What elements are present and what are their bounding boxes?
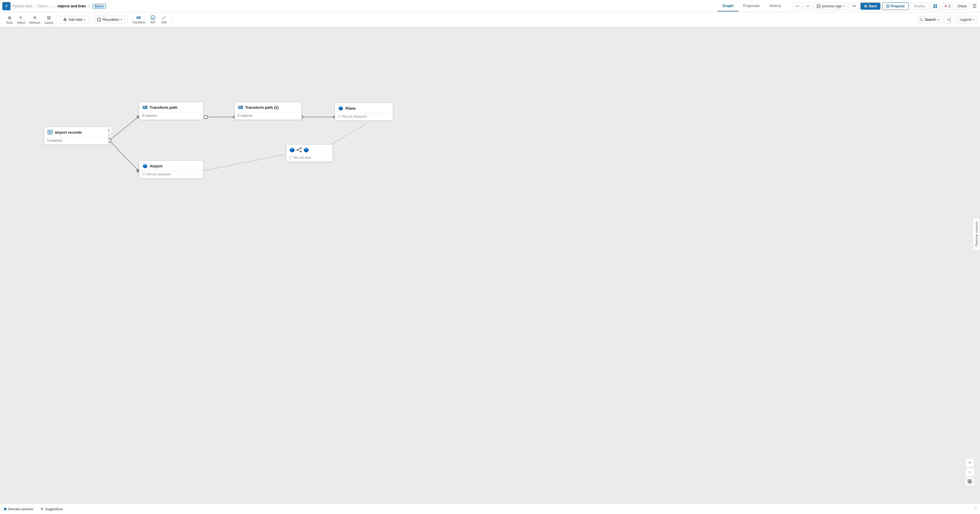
node-title-plane: Plane <box>345 106 356 110</box>
selection-preview-tab[interactable]: Selection preview <box>3 507 34 511</box>
search-bar[interactable]: Search ▾ <box>917 16 941 23</box>
node-header-airport: Airport <box>139 161 203 171</box>
batch-badge: Batch <box>92 4 106 8</box>
node-status-plane: Not yet deployed <box>338 115 390 118</box>
svg-point-15 <box>950 20 951 21</box>
legend-button[interactable]: Legend ▾ <box>956 16 978 24</box>
suggestions-icon <box>40 507 44 511</box>
node-header-transform-path: Transform path <box>139 102 203 112</box>
share-icon <box>296 147 302 153</box>
svg-rect-5 <box>935 5 937 6</box>
share-button[interactable]: Share <box>955 3 969 10</box>
transform-button[interactable]: Transform <box>130 14 147 25</box>
svg-line-17 <box>109 140 138 171</box>
deploy-button[interactable]: Deploy <box>910 2 929 10</box>
svg-rect-7 <box>935 6 937 8</box>
svg-line-20 <box>204 155 284 171</box>
node-body-airport-records: 5 columns <box>44 137 108 145</box>
reusables-button[interactable]: Reusables ▾ <box>94 16 126 24</box>
propose-button[interactable]: Propose <box>882 2 908 10</box>
node-plane[interactable]: Plane Not yet deployed <box>334 103 393 121</box>
breadcrumb-more[interactable]: ... <box>51 4 54 8</box>
collapse-panel[interactable]: ⌃ <box>974 507 977 511</box>
node-body-transform-path-1: 3 columns <box>235 112 301 120</box>
bottom-bar: Selection preview Suggestions ⌃ <box>0 503 980 514</box>
top-bar: P Pipeline Buil... › Demo › ... › object… <box>0 0 980 12</box>
add-data-button[interactable]: Add data ▾ <box>60 16 89 24</box>
tools-button[interactable]: ⊕ Tools <box>4 14 15 26</box>
breadcrumb-demo[interactable]: Demo <box>38 4 48 8</box>
zoom-in-button[interactable]: + <box>965 458 974 467</box>
zoom-fit-button[interactable] <box>965 477 974 486</box>
conflict-button[interactable]: ✕ 2 <box>942 3 953 10</box>
multi-cube-icon-1 <box>289 147 295 153</box>
node-header-airport-records: airport records <box>44 127 108 137</box>
save-button[interactable]: Save <box>861 3 880 10</box>
node-multi-icons <box>286 145 332 154</box>
more-button[interactable]: ••• <box>850 3 859 10</box>
remove-button[interactable]: ✕ Remove <box>27 14 42 26</box>
node-header-plane: Plane <box>335 103 393 113</box>
edit-button[interactable]: Edit <box>159 14 169 25</box>
svg-text:AI: AI <box>152 17 154 19</box>
cube-icon <box>338 105 344 111</box>
transform-group: Transform AI AIP Edit <box>129 14 172 25</box>
svg-point-14 <box>950 18 951 19</box>
pipeline-outputs-tab[interactable]: Pipeline outputs <box>973 217 980 251</box>
menu-button[interactable]: ☰ <box>971 2 978 10</box>
suggestions-tab[interactable]: Suggestions <box>39 507 64 511</box>
app-logo: P <box>2 2 11 10</box>
svg-rect-8 <box>97 18 100 21</box>
svg-rect-31 <box>48 130 52 134</box>
toolbar: ⊕ Tools ↖ Select ✕ Remove ⊞ Layout Add d… <box>0 12 980 27</box>
edges-overlay: ⟲ <box>0 27 980 503</box>
node-title-transform-path: Transform path <box>150 105 178 110</box>
process-logs-button[interactable]: process logs ▾ <box>813 3 848 10</box>
dashboard-button[interactable] <box>931 3 940 10</box>
status-circle-plane <box>338 115 341 118</box>
node-airport[interactable]: Airport Not yet deployed <box>139 160 203 179</box>
tab-proposals[interactable]: Proposals <box>738 1 765 11</box>
transform-icon <box>142 104 148 110</box>
zoom-out-button[interactable]: − <box>965 468 974 476</box>
breadcrumb-pipeline[interactable]: Pipeline Buil... <box>12 4 35 8</box>
multi-cube-icon-2 <box>303 147 309 153</box>
node-airport-records[interactable]: airport records 5 columns <box>44 127 108 145</box>
search-icon <box>920 18 923 21</box>
node-body-transform-path: 3 columns <box>139 112 203 120</box>
node-body-plane: Not yet deployed <box>335 113 393 121</box>
node-status-airport: Not yet deployed <box>142 172 200 176</box>
node-transform-path-1[interactable]: Transform path (1) 3 columns <box>234 102 302 120</box>
share-icon-button[interactable] <box>944 16 954 24</box>
breadcrumb: Pipeline Buil... › Demo › ... › objects … <box>12 4 91 8</box>
tab-history[interactable]: History <box>764 1 786 11</box>
layout-button[interactable]: ⊞ Layout <box>43 14 55 26</box>
airport-cube-icon <box>142 163 148 169</box>
canvas[interactable]: ⟲ airport records 5 columns <box>0 27 980 503</box>
redo-button[interactable]: ↪ <box>803 3 811 10</box>
undo-button[interactable]: ↩ <box>793 3 802 10</box>
tab-graph[interactable]: Graph <box>718 1 738 11</box>
node-title-transform-path-1: Transform path (1) <box>245 105 278 110</box>
status-circle-airport <box>142 173 145 176</box>
star-icon[interactable]: ☆ <box>87 4 91 8</box>
svg-point-2 <box>817 5 820 8</box>
transform-1-icon <box>238 104 243 110</box>
aip-button[interactable]: AI AIP <box>148 14 158 25</box>
node-title-airport-records: airport records <box>55 130 82 134</box>
node-multi-output[interactable]: Not yet depl... <box>286 144 333 162</box>
node-body-multi-output: Not yet depl... <box>286 154 332 161</box>
node-title-airport: Airport <box>150 164 162 168</box>
select-button[interactable]: ↖ Select <box>15 14 27 26</box>
svg-rect-6 <box>934 6 935 8</box>
collapse-icon: ⌃ <box>974 507 977 511</box>
selection-dot <box>4 508 6 510</box>
svg-text:P: P <box>6 5 8 8</box>
breadcrumb-current: objects and links <box>57 4 86 8</box>
svg-point-55 <box>300 147 302 149</box>
node-transform-path[interactable]: Transform path 3 columns <box>139 102 203 120</box>
topbar-right: Graph Proposals History ↩ ↪ process logs… <box>718 1 978 11</box>
svg-line-16 <box>109 117 138 140</box>
svg-rect-4 <box>934 5 935 6</box>
status-circle-multi <box>289 156 292 159</box>
